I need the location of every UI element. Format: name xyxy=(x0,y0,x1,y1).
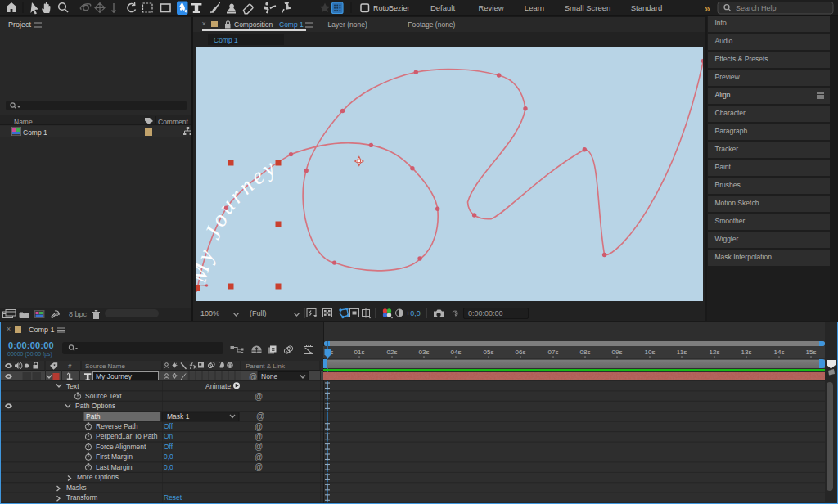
svg-text:First Margin: First Margin xyxy=(96,452,133,461)
svg-text:Last Margin: Last Margin xyxy=(96,463,133,471)
svg-text:15s: 15s xyxy=(806,349,817,356)
svg-text:14s: 14s xyxy=(774,349,785,356)
svg-text:Animate:: Animate: xyxy=(205,382,233,390)
svg-text:@: @ xyxy=(255,452,263,461)
svg-text:Small Screen: Small Screen xyxy=(565,3,611,12)
svg-text:RotoBezier: RotoBezier xyxy=(373,4,410,12)
svg-text:Path: Path xyxy=(86,412,101,421)
svg-text:Perpend..ar To Path: Perpend..ar To Path xyxy=(96,432,158,440)
svg-text:Force Alignment: Force Alignment xyxy=(96,443,146,451)
svg-text:01s: 01s xyxy=(354,349,365,356)
svg-text:Mask 1: Mask 1 xyxy=(167,412,190,421)
svg-text:Reverse Path: Reverse Path xyxy=(96,422,138,430)
svg-text:On: On xyxy=(164,432,173,440)
svg-text:11s: 11s xyxy=(677,349,687,356)
svg-text:Off: Off xyxy=(164,443,173,451)
svg-text:04s: 04s xyxy=(451,349,462,356)
svg-text:09s: 09s xyxy=(612,349,623,356)
svg-text:Review: Review xyxy=(478,3,503,12)
svg-text:Search Help: Search Help xyxy=(736,4,777,12)
svg-text:0,0: 0,0 xyxy=(164,463,173,471)
svg-text:@: @ xyxy=(255,432,263,441)
svg-text:Transform: Transform xyxy=(66,493,97,502)
svg-text:Source Name: Source Name xyxy=(85,362,125,370)
svg-text:08s: 08s xyxy=(580,349,591,356)
svg-text:12s: 12s xyxy=(710,349,720,356)
svg-text:Parent & Link: Parent & Link xyxy=(246,362,286,370)
svg-text:0,0: 0,0 xyxy=(164,452,173,461)
svg-text:06s: 06s xyxy=(516,349,526,356)
svg-text:My Journey: My Journey xyxy=(196,153,282,286)
svg-text:07s: 07s xyxy=(548,349,559,356)
svg-text:Default: Default xyxy=(430,3,455,12)
svg-text:»: » xyxy=(705,3,710,15)
svg-text:Text: Text xyxy=(66,382,79,390)
svg-text:Source Text: Source Text xyxy=(85,392,122,400)
svg-text:#: # xyxy=(68,362,72,370)
svg-text:@: @ xyxy=(255,462,263,471)
svg-text:Reset: Reset xyxy=(164,493,182,502)
svg-text:02s: 02s xyxy=(387,349,398,356)
svg-text:Masks: Masks xyxy=(66,484,87,492)
svg-text:13s: 13s xyxy=(741,349,752,356)
svg-text:@: @ xyxy=(255,392,263,401)
svg-text:05s: 05s xyxy=(484,349,494,356)
svg-text:@: @ xyxy=(255,422,263,431)
svg-text:Off: Off xyxy=(164,422,173,430)
svg-text:10s: 10s xyxy=(645,349,656,356)
svg-text:More Options: More Options xyxy=(77,473,119,481)
svg-text:Path Options: Path Options xyxy=(75,402,115,410)
svg-text:Standard: Standard xyxy=(631,3,663,12)
svg-text:Learn: Learn xyxy=(525,3,544,12)
svg-text:@: @ xyxy=(255,442,263,451)
svg-text:@: @ xyxy=(256,412,264,421)
svg-text:03s: 03s xyxy=(419,349,430,356)
